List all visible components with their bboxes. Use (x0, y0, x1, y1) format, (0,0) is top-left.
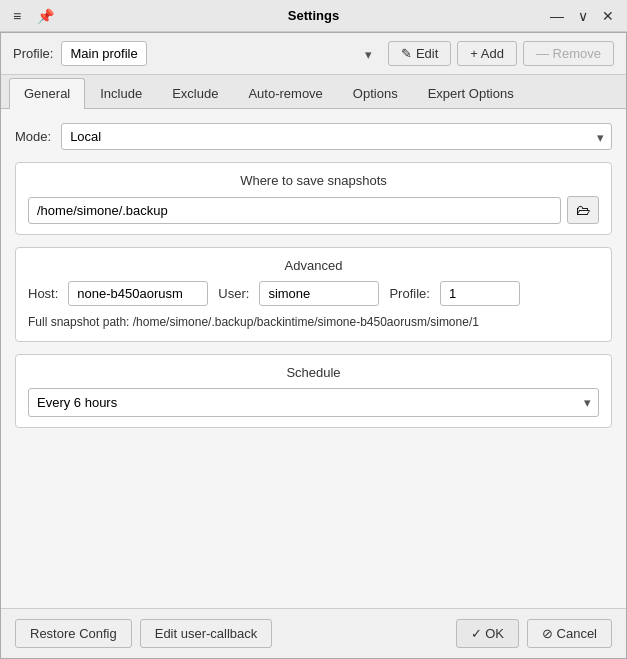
advanced-profile-label: Profile: (389, 286, 429, 301)
schedule-group-title: Schedule (28, 365, 599, 380)
tab-content: Mode: Local SSH Encfs Where to save snap… (1, 109, 626, 608)
tab-options[interactable]: Options (338, 78, 413, 108)
add-profile-button[interactable]: + Add (457, 41, 517, 66)
full-snapshot-path: Full snapshot path: /home/simone/.backup… (28, 314, 599, 331)
schedule-group: Schedule Disabled Every 5 minutes Every … (15, 354, 612, 428)
tab-bar: General Include Exclude Auto-remove Opti… (1, 75, 626, 109)
schedule-select[interactable]: Disabled Every 5 minutes Every 10 minute… (28, 388, 599, 417)
footer: Restore Config Edit user-callback ✓ OK ⊘… (1, 608, 626, 658)
settings-window: Profile: Main profile ✎ Edit + Add — Rem… (0, 32, 627, 659)
maximize-button[interactable]: ∨ (573, 6, 593, 26)
tab-exclude[interactable]: Exclude (157, 78, 233, 108)
minimize-button[interactable]: — (545, 6, 569, 26)
advanced-group-title: Advanced (28, 258, 599, 273)
ok-button[interactable]: ✓ OK (456, 619, 519, 648)
pin-icon[interactable]: 📌 (32, 6, 59, 26)
user-input[interactable] (259, 281, 379, 306)
snapshot-group-title: Where to save snapshots (28, 173, 599, 188)
title-bar: ≡ 📌 Settings — ∨ ✕ (0, 0, 627, 32)
close-button[interactable]: ✕ (597, 6, 619, 26)
host-label: Host: (28, 286, 58, 301)
mode-label: Mode: (15, 129, 51, 144)
profile-label: Profile: (13, 46, 53, 61)
title-bar-left: ≡ 📌 (8, 6, 59, 26)
folder-icon: 🗁 (576, 202, 590, 218)
edit-profile-button[interactable]: ✎ Edit (388, 41, 451, 66)
restore-config-button[interactable]: Restore Config (15, 619, 132, 648)
profile-number-input[interactable] (440, 281, 520, 306)
folder-browse-button[interactable]: 🗁 (567, 196, 599, 224)
footer-right: ✓ OK ⊘ Cancel (456, 619, 612, 648)
remove-profile-button[interactable]: — Remove (523, 41, 614, 66)
profile-select[interactable]: Main profile (61, 41, 147, 66)
schedule-select-wrap: Disabled Every 5 minutes Every 10 minute… (28, 388, 599, 417)
profile-bar: Profile: Main profile ✎ Edit + Add — Rem… (1, 33, 626, 75)
window-title: Settings (288, 8, 339, 23)
tab-auto-remove[interactable]: Auto-remove (233, 78, 337, 108)
profile-actions: ✎ Edit + Add — Remove (388, 41, 614, 66)
snapshot-path-input[interactable] (28, 197, 561, 224)
title-bar-right: — ∨ ✕ (545, 6, 619, 26)
host-user-profile-row: Host: User: Profile: (28, 281, 599, 306)
tab-expert-options[interactable]: Expert Options (413, 78, 529, 108)
advanced-group: Advanced Host: User: Profile: Full snaps… (15, 247, 612, 342)
cancel-button[interactable]: ⊘ Cancel (527, 619, 612, 648)
edit-callback-button[interactable]: Edit user-callback (140, 619, 273, 648)
mode-row: Mode: Local SSH Encfs (15, 123, 612, 150)
snapshot-group: Where to save snapshots 🗁 (15, 162, 612, 235)
snapshot-path-row: 🗁 (28, 196, 599, 224)
user-label: User: (218, 286, 249, 301)
tab-general[interactable]: General (9, 78, 85, 109)
mode-select[interactable]: Local SSH Encfs (61, 123, 612, 150)
advanced-content: Host: User: Profile: Full snapshot path:… (28, 281, 599, 331)
host-input[interactable] (68, 281, 208, 306)
tab-include[interactable]: Include (85, 78, 157, 108)
profile-select-wrap: Main profile (61, 41, 380, 66)
mode-select-wrap: Local SSH Encfs (61, 123, 612, 150)
menu-icon[interactable]: ≡ (8, 6, 26, 26)
footer-left: Restore Config Edit user-callback (15, 619, 272, 648)
